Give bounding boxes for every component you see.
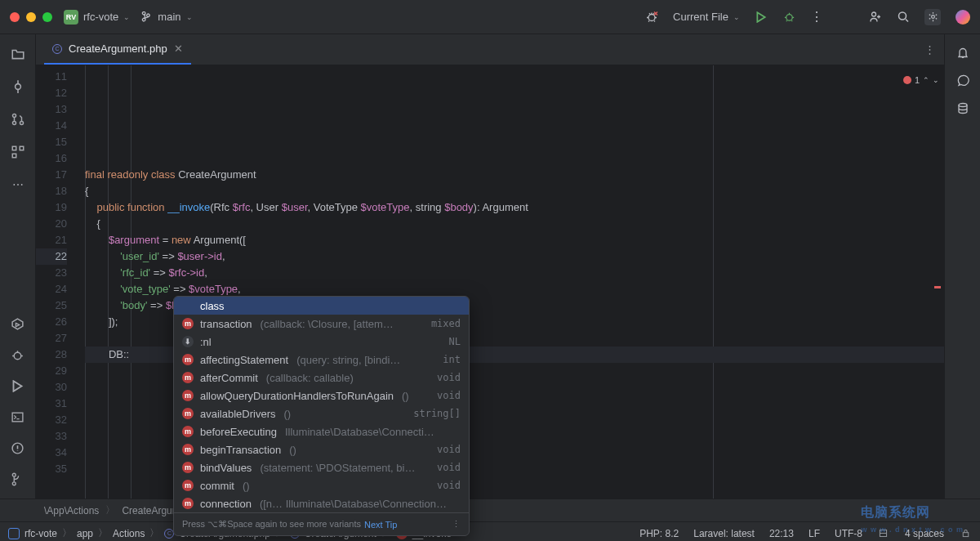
branch-selector[interactable]: main ⌄ [141,11,192,23]
svg-point-17 [959,103,967,106]
completion-item[interactable]: ⬇:nlNL [174,333,469,351]
completion-item[interactable]: class [174,297,469,315]
svg-point-7 [12,121,16,124]
chevron-down-icon: ⌄ [123,13,130,21]
svg-point-1 [786,15,792,21]
status-le[interactable]: LF [808,528,820,539]
run-config-name: Current File [673,11,728,23]
commit-tool-icon[interactable] [10,78,26,95]
popup-footer: Press ⌥⌘Space again to see more variants… [174,512,469,535]
svg-point-2 [872,12,876,16]
more-tools-icon[interactable]: ⋯ [10,177,26,193]
watermark: 电脑系统网 w w w . d n x t w . c o m [861,504,964,534]
titlebar: RV rfc-vote ⌄ main ⌄ Current File ⌄ ⋮ [0,0,980,34]
completion-item[interactable]: mcommit()void [174,476,469,494]
run-config-selector[interactable]: Current File ⌄ [673,11,740,23]
tab-createargument[interactable]: C CreateArgument.php ✕ [44,34,191,65]
chevron-down-icon[interactable]: ⌄ [933,76,939,84]
close-window[interactable] [10,12,20,22]
chevron-up-icon[interactable]: ⌃ [923,76,929,84]
project-badge: RV [64,10,78,25]
status-laravel[interactable]: Laravel: latest [693,528,755,539]
nav-actions[interactable]: Actions [113,528,145,539]
line-gutter: 1112131415161718192021222324252627282930… [36,65,74,499]
ai-assistant-icon[interactable] [956,10,970,25]
project-selector[interactable]: RV rfc-vote ⌄ [64,10,130,25]
completion-popup[interactable]: classmtransaction(callback: \Closure, [a… [173,296,470,536]
close-tab-icon[interactable]: ✕ [174,42,183,55]
completion-item[interactable]: mavailableDrivers()string[] [174,405,469,423]
vcs-tool-icon[interactable] [10,471,26,487]
svg-point-12 [14,352,21,360]
tab-more-icon[interactable]: ⋮ [923,43,936,56]
search-icon[interactable] [897,11,910,24]
tab-filename: CreateArgument.php [69,42,167,55]
status-php[interactable]: PHP: 8.2 [639,528,679,539]
code-with-me-icon[interactable] [869,11,882,24]
structure-tool-icon[interactable] [10,144,26,160]
database-tool-icon[interactable] [956,101,969,114]
more-icon[interactable]: ⋮ [810,11,823,24]
next-tip-link[interactable]: Next Tip [364,520,397,530]
svg-point-6 [12,114,16,117]
popup-hint: Press ⌥⌘Space again to see more variants [182,519,361,530]
svg-point-0 [648,15,655,21]
nav-project-icon[interactable] [8,528,20,539]
editor-viewport[interactable]: 1112131415161718192021222324252627282930… [36,65,944,499]
svg-rect-11 [12,154,16,158]
ai-chat-icon[interactable] [956,74,969,87]
right-tool-stripe [944,34,980,499]
problems-tool-icon[interactable] [10,440,26,456]
project-tool-icon[interactable] [10,46,26,62]
svg-rect-10 [20,146,24,150]
svg-point-3 [899,12,906,20]
completion-item[interactable]: mafterCommit(callback: callable)void [174,369,469,387]
terminal-tool-icon[interactable] [10,409,26,425]
svg-rect-13 [12,413,23,422]
svg-point-4 [931,16,934,19]
maximize-window[interactable] [42,12,52,22]
svg-point-8 [20,121,23,124]
svg-point-16 [12,481,16,485]
completion-item[interactable]: mconnection([n… Illuminate\Database\Conn… [174,494,469,512]
chevron-down-icon: ⌄ [733,13,740,21]
svg-point-5 [15,84,20,90]
completion-item[interactable]: mbeforeExecuting Illuminate\Database\Con… [174,423,469,440]
editor-tabs: C CreateArgument.php ✕ ⋮ [36,34,944,65]
popup-more-icon[interactable]: ⋮ [452,519,461,530]
nav-app[interactable]: app [77,528,93,539]
error-mark[interactable] [934,286,941,288]
completion-item[interactable]: maffectingStatement(query: string, [bind… [174,351,469,369]
error-stripe-summary[interactable]: 1 ⌃ ⌄ [903,75,939,85]
status-enc[interactable]: UTF-8 [835,528,862,539]
completion-item[interactable]: mbeginTransaction()void [174,440,469,458]
navbar: rfc-vote〉 app〉 Actions〉 C CreateArgument… [0,521,980,541]
pull-requests-icon[interactable] [10,111,26,127]
window-controls [10,12,52,22]
php-class-icon: C [52,44,62,54]
crumb-namespace[interactable]: \App\Actions [44,505,99,516]
notifications-icon[interactable] [956,46,969,59]
error-count: 1 [915,75,920,85]
completion-item[interactable]: mallowQueryDurationHandlersToRunAgain()v… [174,387,469,405]
debug-tool-icon[interactable] [10,347,26,363]
bug-breakpoint-icon[interactable] [645,11,658,24]
branch-icon [141,11,153,23]
completion-item[interactable]: mbindValues(statement: \PDOStatement, bi… [174,458,469,476]
debug-icon[interactable] [782,11,795,24]
editor-area: C CreateArgument.php ✕ ⋮ 111213141516171… [36,34,944,499]
branch-name: main [158,11,180,23]
chevron-down-icon: ⌄ [186,13,193,21]
nav-project[interactable]: rfc-vote [24,528,57,539]
minimize-window[interactable] [26,12,36,22]
error-icon [903,76,911,84]
completion-item[interactable]: mtransaction(callback: \Closure, [attem…… [174,315,469,333]
run-tool-icon[interactable] [10,378,26,394]
services-tool-icon[interactable] [10,315,26,332]
status-pos[interactable]: 22:13 [769,528,794,539]
svg-rect-9 [12,146,16,150]
left-tool-stripe: ⋯ [0,34,36,499]
run-icon[interactable] [755,11,768,24]
settings-icon[interactable] [924,9,941,25]
svg-point-15 [12,473,16,476]
